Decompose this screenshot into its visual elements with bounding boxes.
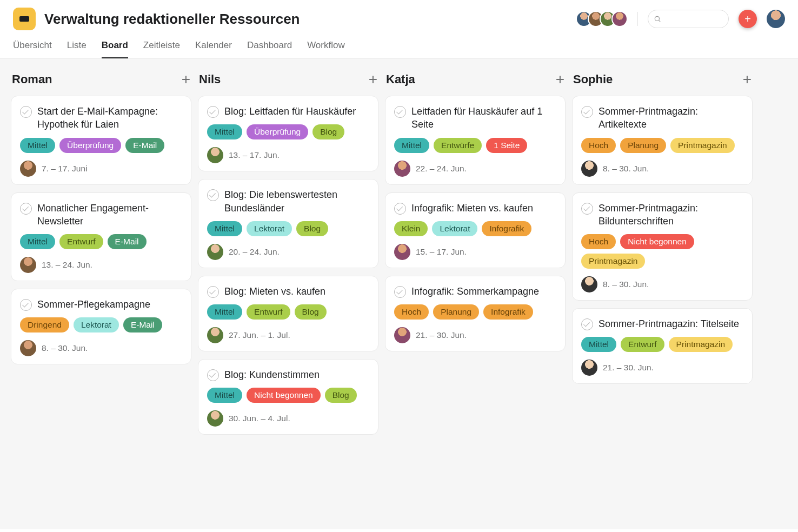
task-card[interactable]: Blog: Leitfaden für HauskäuferMittelÜber… bbox=[198, 96, 378, 171]
tag[interactable]: Printmagazin bbox=[581, 254, 645, 269]
task-card[interactable]: Sommer-PflegekampagneDringendLektoratE-M… bbox=[11, 289, 191, 364]
tag[interactable]: Klein bbox=[394, 221, 428, 236]
complete-checkbox[interactable] bbox=[20, 203, 32, 215]
assignee-avatar[interactable] bbox=[581, 360, 597, 376]
tab-liste[interactable]: Liste bbox=[67, 40, 87, 58]
tag[interactable]: E-Mail bbox=[108, 234, 147, 249]
tag[interactable]: E-Mail bbox=[125, 138, 164, 153]
tag[interactable]: Hoch bbox=[581, 138, 616, 153]
complete-checkbox[interactable] bbox=[20, 299, 32, 311]
tag[interactable]: Mittel bbox=[394, 138, 429, 153]
tag[interactable]: Mittel bbox=[20, 138, 55, 153]
search-input[interactable] bbox=[648, 10, 729, 28]
task-card[interactable]: Infografik: Mieten vs. kaufenKleinLektor… bbox=[385, 192, 566, 268]
assignee-avatar[interactable] bbox=[394, 327, 410, 343]
tag[interactable]: Entwurf bbox=[247, 304, 290, 320]
tab-workflow[interactable]: Workflow bbox=[307, 40, 345, 58]
tag[interactable]: E-Mail bbox=[123, 317, 162, 332]
tag[interactable]: Nicht begonnen bbox=[620, 234, 694, 249]
assignee-avatar[interactable] bbox=[394, 244, 410, 260]
tab-zeitleiste[interactable]: Zeitleiste bbox=[143, 40, 180, 58]
complete-checkbox[interactable] bbox=[207, 369, 219, 381]
assignee-avatar[interactable] bbox=[581, 276, 597, 292]
tag[interactable]: Lektorat bbox=[247, 221, 292, 236]
tag[interactable]: Planung bbox=[433, 304, 479, 320]
assignee-avatar[interactable] bbox=[20, 340, 36, 356]
complete-checkbox[interactable] bbox=[581, 203, 593, 215]
assignee-avatar[interactable] bbox=[207, 410, 223, 427]
task-card[interactable]: Blog: Die lebenswertesten BundesländerMi… bbox=[198, 179, 378, 268]
tab-board[interactable]: Board bbox=[102, 40, 128, 58]
complete-checkbox[interactable] bbox=[394, 106, 406, 118]
tab-kalender[interactable]: Kalender bbox=[195, 40, 232, 58]
task-meta: 15. – 17. Jun. bbox=[394, 244, 556, 260]
complete-checkbox[interactable] bbox=[207, 106, 219, 118]
tag[interactable]: Lektorat bbox=[432, 221, 477, 236]
tag[interactable]: Mittel bbox=[207, 221, 242, 236]
tag[interactable]: Mittel bbox=[207, 388, 242, 403]
tag[interactable]: Mittel bbox=[207, 124, 242, 139]
task-dates: 7. – 17. Juni bbox=[42, 164, 87, 174]
task-card[interactable]: Leitfaden für Hauskäufer auf 1 SeiteMitt… bbox=[385, 96, 566, 185]
assignee-avatar[interactable] bbox=[207, 147, 223, 163]
complete-checkbox[interactable] bbox=[581, 318, 593, 330]
tag[interactable]: Blog bbox=[296, 221, 328, 236]
task-meta: 27. Jun. – 1. Jul. bbox=[207, 327, 369, 343]
tag[interactable]: Nicht begonnen bbox=[247, 388, 321, 403]
add-button[interactable]: + bbox=[739, 10, 757, 28]
tag[interactable]: 1 Seite bbox=[486, 138, 527, 153]
tab-dashboard[interactable]: Dashboard bbox=[247, 40, 292, 58]
column-header: Katja+ bbox=[385, 72, 566, 88]
tag[interactable]: Hoch bbox=[581, 234, 616, 249]
task-card[interactable]: Start der E-Mail-Kampagne: Hypothek für … bbox=[11, 96, 191, 185]
tag[interactable]: Blog bbox=[312, 124, 344, 139]
complete-checkbox[interactable] bbox=[394, 203, 406, 215]
tag[interactable]: Blog bbox=[295, 304, 327, 320]
task-card[interactable]: Sommer-Printmagazin: TitelseiteMittelEnt… bbox=[572, 308, 753, 384]
avatar[interactable] bbox=[611, 11, 628, 27]
tag[interactable]: Lektorat bbox=[74, 317, 119, 332]
tag[interactable]: Infografik bbox=[483, 304, 533, 320]
complete-checkbox[interactable] bbox=[207, 286, 219, 298]
complete-checkbox[interactable] bbox=[20, 106, 32, 118]
task-card[interactable]: Blog: KundenstimmenMittelNicht begonnenB… bbox=[198, 359, 378, 435]
column-add-button[interactable]: + bbox=[369, 72, 377, 87]
tag[interactable]: Planung bbox=[620, 138, 666, 153]
tag[interactable]: Printmagazin bbox=[670, 138, 734, 153]
tag[interactable]: Printmagazin bbox=[669, 337, 733, 352]
column-add-button[interactable]: + bbox=[556, 72, 564, 87]
tag[interactable]: Entwurf bbox=[621, 337, 664, 352]
tag[interactable]: Blog bbox=[325, 388, 357, 403]
task-card[interactable]: Sommer-Printmagazin: BildunterschriftenH… bbox=[572, 192, 753, 301]
member-avatars[interactable] bbox=[576, 11, 628, 27]
tag[interactable]: Dringend bbox=[20, 317, 69, 332]
tag[interactable]: Mittel bbox=[207, 304, 242, 320]
user-avatar[interactable] bbox=[767, 10, 785, 28]
column-header: Roman+ bbox=[11, 72, 191, 88]
tag[interactable]: Entwürfe bbox=[434, 138, 482, 153]
tag[interactable]: Infografik bbox=[482, 221, 531, 236]
header: Verwaltung redaktioneller Ressourcen + bbox=[0, 0, 798, 30]
complete-checkbox[interactable] bbox=[394, 286, 406, 298]
complete-checkbox[interactable] bbox=[207, 189, 219, 201]
tag[interactable]: Überprüfung bbox=[59, 138, 121, 153]
tag[interactable]: Überprüfung bbox=[247, 124, 308, 139]
task-card[interactable]: Blog: Mieten vs. kaufenMittelEntwurfBlog… bbox=[198, 276, 378, 351]
assignee-avatar[interactable] bbox=[394, 161, 410, 177]
assignee-avatar[interactable] bbox=[207, 244, 223, 260]
task-card[interactable]: Monatlicher Engagement-NewsletterMittelE… bbox=[11, 192, 191, 282]
complete-checkbox[interactable] bbox=[581, 106, 593, 118]
assignee-avatar[interactable] bbox=[20, 161, 36, 177]
task-card[interactable]: Infografik: SommerkampagneHochPlanungInf… bbox=[385, 276, 566, 351]
tag[interactable]: Entwurf bbox=[59, 234, 103, 249]
assignee-avatar[interactable] bbox=[581, 161, 597, 177]
task-card[interactable]: Sommer-Printmagazin: ArtikeltexteHochPla… bbox=[572, 96, 753, 185]
tag[interactable]: Hoch bbox=[394, 304, 429, 320]
tag[interactable]: Mittel bbox=[20, 234, 55, 249]
tag[interactable]: Mittel bbox=[581, 337, 616, 352]
assignee-avatar[interactable] bbox=[207, 327, 223, 343]
assignee-avatar[interactable] bbox=[20, 257, 36, 273]
tab-übersicht[interactable]: Übersicht bbox=[13, 40, 52, 58]
column-add-button[interactable]: + bbox=[743, 72, 752, 87]
column-add-button[interactable]: + bbox=[182, 72, 190, 87]
